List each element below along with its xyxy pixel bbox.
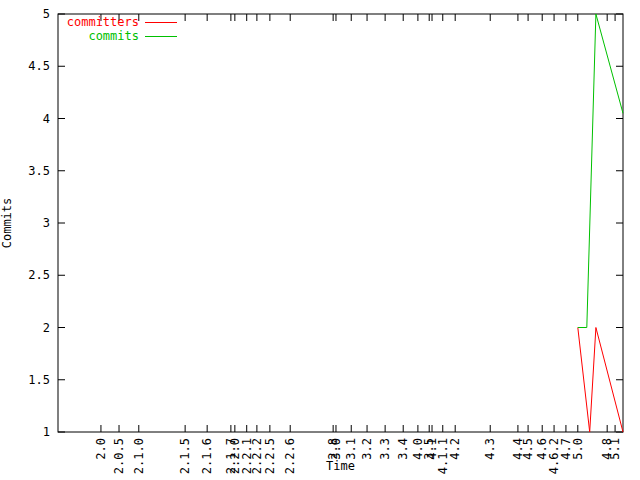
x-axis-title: Time [326,459,355,473]
y-tick-label: 5 [43,7,50,21]
legend-label-committers: committers [67,15,139,29]
y-tick-label: 4 [43,112,50,126]
legend-label-commits: commits [88,29,139,43]
y-tick-label: 1.5 [28,373,50,387]
x-tick-label: 2.2.2 [250,438,264,474]
x-tick-label: 3.1 [344,438,358,460]
x-tick-label: 5.0 [571,438,585,460]
x-tick-label: 2.1.5 [178,438,192,474]
chart-background [0,0,640,480]
x-tick-label: 3.0 [329,438,343,460]
x-tick-label: 3.3 [378,438,392,460]
gnuplot-chart-window: 11.522.533.544.552.02.0.52.1.02.1.52.1.6… [0,0,640,480]
x-tick-label: 2.2.5 [263,438,277,474]
x-tick-label: 3.2 [360,438,374,460]
y-tick-label: 3 [43,216,50,230]
x-tick-label: 2.1.6 [200,438,214,474]
x-tick-label: 2.2.6 [283,438,297,474]
x-tick-label: 4.3 [483,438,497,460]
y-tick-label: 2.5 [28,268,50,282]
y-axis-title: Commits [0,198,14,249]
x-tick-label: 4.2 [448,438,462,460]
x-tick-label: 2.0 [94,438,108,460]
y-tick-label: 1 [43,425,50,439]
commits-over-time-chart: 11.522.533.544.552.02.0.52.1.02.1.52.1.6… [0,0,640,480]
y-tick-label: 3.5 [28,164,50,178]
y-tick-label: 2 [43,321,50,335]
x-tick-label: 2.0.5 [112,438,126,474]
x-tick-label: 3.4 [396,438,410,460]
x-tick-label: 2.1.0 [132,438,146,474]
x-tick-label: 5.1 [608,438,622,460]
x-tick-label: 4.5 [521,438,535,460]
y-tick-label: 4.5 [28,59,50,73]
